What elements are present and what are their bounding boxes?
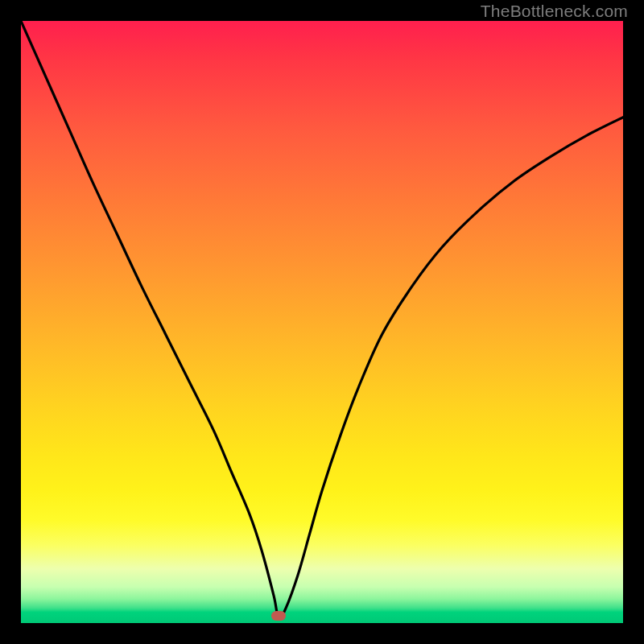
plot-area — [21, 21, 623, 623]
watermark-text: TheBottleneck.com — [481, 2, 628, 21]
chart-frame: TheBottleneck.com — [0, 0, 644, 644]
optimum-marker — [271, 611, 286, 621]
bottleneck-curve — [21, 21, 623, 623]
